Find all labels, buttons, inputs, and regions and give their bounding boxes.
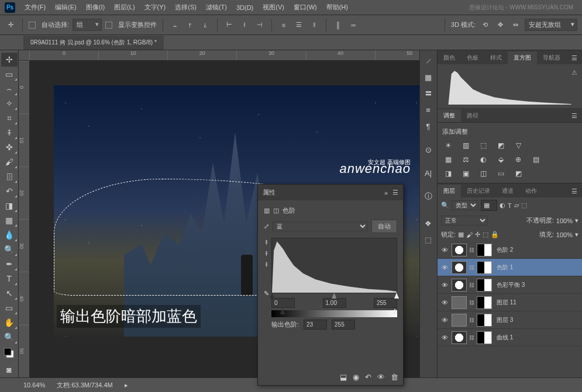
menu-3d[interactable]: 3D(D) (232, 2, 258, 13)
filter-smart-icon[interactable]: ⬚ (521, 202, 527, 209)
properties-menu-icon[interactable]: ☰ (392, 189, 398, 196)
input-white-handle[interactable] (394, 293, 399, 299)
color-swatch[interactable] (1, 345, 18, 362)
posterize-icon[interactable]: ▣ (460, 169, 471, 178)
align-vcenter-icon[interactable]: ⫯ (184, 19, 196, 31)
layer-name[interactable]: 图层 3 (497, 316, 513, 324)
visibility-icon[interactable]: 👁 (440, 317, 449, 324)
reset-icon[interactable]: ↶ (365, 373, 371, 381)
layer-thumb[interactable] (452, 261, 467, 274)
filter-kind-dropdown[interactable]: 类型 (452, 200, 478, 210)
layer-name[interactable]: 色彩平衡 3 (497, 281, 525, 289)
layer-row[interactable]: 👁⛓图层 3 (438, 311, 582, 329)
layer-name[interactable]: 色阶 1 (497, 263, 513, 272)
auto-select-checkbox[interactable] (29, 22, 36, 29)
channel-mixer-icon[interactable]: ⊕ (512, 155, 524, 164)
menu-layer[interactable]: 图层(L) (109, 1, 139, 14)
pen-tool[interactable]: ✒ (1, 257, 18, 271)
mini-cc-icon[interactable]: ⊙ (422, 144, 434, 155)
stamp-tool[interactable]: ⌹ (1, 169, 18, 183)
hand-tool[interactable]: ✋ (1, 315, 18, 329)
output-white-value[interactable] (332, 320, 355, 329)
lookup-icon[interactable]: ▤ (530, 155, 542, 164)
menu-window[interactable]: 窗口(W) (289, 1, 322, 14)
layers-menu-icon[interactable]: ☰ (567, 185, 582, 197)
crop-tool[interactable]: ⌗ (1, 111, 18, 125)
layer-thumb[interactable] (452, 331, 467, 344)
quickmask-tool[interactable]: ◙ (1, 363, 18, 377)
gradient-map-icon[interactable]: ▭ (495, 169, 507, 178)
transform-checkbox[interactable] (105, 22, 112, 29)
brush-tool[interactable]: 🖌 (1, 155, 18, 169)
mini-layer-icon[interactable]: ❖ (422, 217, 434, 229)
lock-paint-icon[interactable]: 🖌 (466, 231, 473, 238)
mask-thumb[interactable] (477, 261, 492, 274)
properties-panel[interactable]: 属性 » ☰ ▥ ◫ 色阶 ⤢ 蓝 自动 ⤉ ⤉ ⤉ ✎ (257, 184, 404, 386)
properties-collapse-icon[interactable]: » (384, 189, 388, 196)
lasso-tool[interactable]: ⌢ (1, 82, 18, 96)
document-tab[interactable]: 0R9A0111 拷 贝.psd @ 10.6% (色阶 1, RGB/8) * (23, 36, 164, 50)
layer-row[interactable]: 👁⛓曲线 1 (438, 329, 582, 346)
output-gradient[interactable] (271, 310, 397, 317)
curves-icon[interactable]: ⬚ (477, 141, 489, 150)
layer-thumb[interactable] (452, 279, 467, 292)
mini-clone-icon[interactable]: ▦ (422, 71, 434, 83)
tab-paths[interactable]: 路径 (461, 109, 484, 122)
selective-icon[interactable]: ◩ (512, 169, 524, 178)
rectangle-tool[interactable]: ▭ (1, 301, 18, 315)
align-bottom-icon[interactable]: ⫰ (199, 19, 211, 31)
fill-value[interactable]: 100% (556, 231, 573, 238)
visibility-icon[interactable]: 👁 (440, 264, 449, 271)
menu-select[interactable]: 选择(S) (170, 1, 201, 14)
input-black-handle[interactable] (270, 293, 274, 299)
mini-3d-icon[interactable]: ⬚ (422, 234, 434, 245)
healing-tool[interactable]: ✜ (1, 140, 18, 154)
distribute-1-icon[interactable]: ≡ (278, 19, 290, 31)
lock-move-icon[interactable]: ✢ (475, 231, 480, 238)
move-tool[interactable]: ✢ (1, 53, 18, 67)
output-white-handle[interactable] (392, 308, 397, 314)
distribute-2-icon[interactable]: ☰ (293, 19, 305, 31)
auto-select-dropdown[interactable]: 组 (73, 19, 102, 31)
edit-icon[interactable]: ✎ (264, 290, 269, 297)
visibility-icon[interactable]: 👁 (440, 247, 449, 254)
tab-actions[interactable]: 动作 (519, 185, 543, 197)
channel-dropdown[interactable]: 蓝 (273, 221, 368, 231)
auto-button[interactable]: 自动 (371, 220, 397, 233)
eyedropper-tool[interactable]: ⤉ (1, 126, 18, 140)
histogram-warning-icon[interactable]: ⚠ (571, 69, 577, 77)
vibrance-icon[interactable]: ▽ (512, 141, 524, 150)
panel-menu-icon[interactable]: ☰ (567, 52, 582, 64)
toggle-visibility-icon[interactable]: 👁 (377, 373, 385, 381)
filter-pixel-icon[interactable]: ▦ (481, 200, 497, 211)
filter-adj-icon[interactable]: ◐ (500, 202, 505, 209)
mini-info-icon[interactable]: ⓘ (422, 190, 434, 202)
preset-icon[interactable]: ⤢ (264, 223, 269, 230)
balance-icon[interactable]: ⚖ (460, 155, 471, 164)
mask-thumb[interactable] (477, 331, 492, 344)
tab-history[interactable]: 历史记录 (461, 185, 496, 197)
status-arrow-icon[interactable]: ▸ (125, 381, 128, 389)
hue-icon[interactable]: ▦ (442, 155, 454, 164)
zoom-level[interactable]: 10.64% (23, 381, 45, 388)
input-white-value[interactable] (374, 298, 397, 308)
layer-row[interactable]: 👁⛓色阶 2 (438, 241, 582, 259)
input-mid-handle[interactable] (332, 293, 336, 299)
exposure-icon[interactable]: ◩ (495, 141, 507, 150)
slide-icon[interactable]: ⇔ (509, 19, 521, 31)
blend-mode-dropdown[interactable]: 正常 (441, 216, 488, 226)
mini-char-icon[interactable]: A| (422, 167, 434, 179)
path-tool[interactable]: ↖ (1, 286, 18, 300)
layer-thumb[interactable] (452, 244, 467, 256)
blur-tool[interactable]: 💧 (1, 228, 18, 242)
white-eyedropper-icon[interactable]: ⤉ (264, 261, 269, 269)
layer-name[interactable]: 图层 11 (497, 299, 516, 307)
layer-row[interactable]: 👁⛓色彩平衡 3 (438, 276, 582, 294)
mask-thumb[interactable] (477, 314, 492, 327)
mini-swatch-icon[interactable]: ≡ (422, 104, 434, 116)
distribute-h-icon[interactable]: ║ (332, 19, 344, 31)
distribute-3-icon[interactable]: ⫴ (308, 19, 320, 31)
layer-name[interactable]: 曲线 1 (497, 334, 513, 342)
lock-pixels-icon[interactable]: ▦ (458, 231, 464, 238)
clip-icon[interactable]: ⬓ (340, 373, 347, 381)
